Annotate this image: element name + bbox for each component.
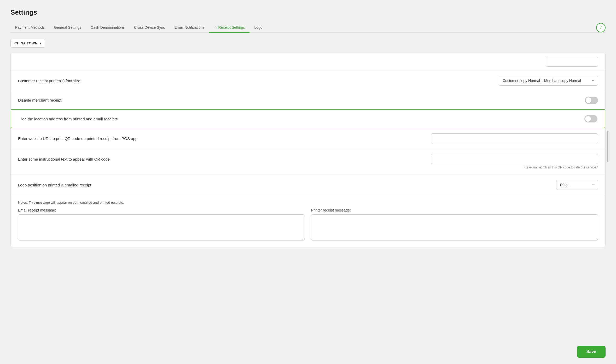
nav-extra: ✓ — [596, 23, 606, 32]
font-size-right: Customer copy Normal + Merchant copy Nor… — [499, 76, 598, 86]
disable-merchant-row: Disable merchant receipt — [11, 91, 605, 109]
disable-merchant-right — [585, 97, 598, 104]
logo-position-label: Logo position on printed & emailed recei… — [18, 183, 91, 187]
tab-cross-device-sync[interactable]: Cross Device Sync — [129, 23, 170, 33]
notes-section: Notes: This message will appear on both … — [11, 195, 605, 204]
notes-text: Notes: This message will appear on both … — [18, 201, 598, 204]
circle-chevron-button[interactable]: ✓ — [596, 23, 606, 32]
tab-receipt-settings[interactable]: ☆Receipt Settings — [209, 23, 250, 33]
qr-text-label: Enter some instructional text to appear … — [18, 157, 110, 161]
location-dropdown[interactable]: CHINA TOWN ▾ — [10, 39, 45, 48]
qr-text-inner: Enter some instructional text to appear … — [18, 154, 598, 164]
qr-text-input[interactable] — [431, 154, 598, 164]
scrollbar[interactable] — [607, 131, 608, 162]
disable-merchant-toggle[interactable] — [585, 97, 598, 104]
logo-position-row: Logo position on printed & emailed recei… — [11, 175, 605, 195]
email-receipt-label: Email receipt message: — [18, 208, 305, 212]
page-title: Settings — [10, 8, 606, 16]
url-input[interactable] — [431, 133, 598, 143]
tab-general-settings[interactable]: General Settings — [49, 23, 86, 33]
settings-card: Customer receipt printer(s) font size Cu… — [10, 53, 606, 247]
tab-cash-denominations[interactable]: Cash Denominations — [86, 23, 129, 33]
partial-input[interactable] — [546, 57, 598, 67]
location-chevron-icon: ▾ — [40, 42, 42, 45]
hide-location-row: Hide the location address from printed a… — [11, 109, 605, 128]
printer-receipt-textarea[interactable] — [311, 214, 598, 240]
chevron-down-icon: ✓ — [599, 25, 603, 30]
star-icon: ☆ — [214, 25, 217, 30]
hide-location-toggle[interactable] — [584, 115, 597, 122]
hide-location-right — [584, 115, 597, 122]
font-size-dropdown[interactable]: Customer copy Normal + Merchant copy Nor… — [499, 76, 598, 86]
save-button[interactable]: Save — [577, 346, 606, 358]
disable-merchant-label: Disable merchant receipt — [18, 98, 61, 102]
qr-text-row: Enter some instructional text to appear … — [11, 149, 605, 175]
url-row: Enter website URL to print QR code on pr… — [11, 128, 605, 149]
nav-tabs: Payment Methods General Settings Cash De… — [10, 23, 606, 33]
email-receipt-textarea[interactable] — [18, 214, 305, 240]
qr-hint-text: For example: "Scan this QR code to rate … — [524, 166, 598, 169]
tab-payment-methods[interactable]: Payment Methods — [10, 23, 49, 33]
tab-email-notifications[interactable]: Email Notifications — [170, 23, 209, 33]
logo-position-right: Left Center Right — [556, 180, 598, 190]
email-message-col: Email receipt message: — [18, 208, 305, 240]
url-label: Enter website URL to print QR code on pr… — [18, 136, 137, 141]
url-right — [431, 133, 598, 143]
location-name: CHINA TOWN — [14, 41, 38, 45]
hide-location-slider — [584, 115, 597, 122]
hide-location-label: Hide the location address from printed a… — [19, 117, 118, 121]
printer-receipt-label: Printer receipt message: — [311, 208, 598, 212]
qr-hint-row: For example: "Scan this QR code to rate … — [18, 164, 598, 169]
tab-logo[interactable]: Logo — [249, 23, 267, 33]
disable-merchant-slider — [585, 97, 598, 104]
printer-message-col: Printer receipt message: — [311, 208, 598, 240]
partial-top-row — [11, 53, 605, 71]
message-row: Email receipt message: Printer receipt m… — [11, 208, 605, 247]
logo-position-dropdown[interactable]: Left Center Right — [556, 180, 598, 190]
font-size-label: Customer receipt printer(s) font size — [18, 79, 80, 83]
font-size-row: Customer receipt printer(s) font size Cu… — [11, 71, 605, 91]
